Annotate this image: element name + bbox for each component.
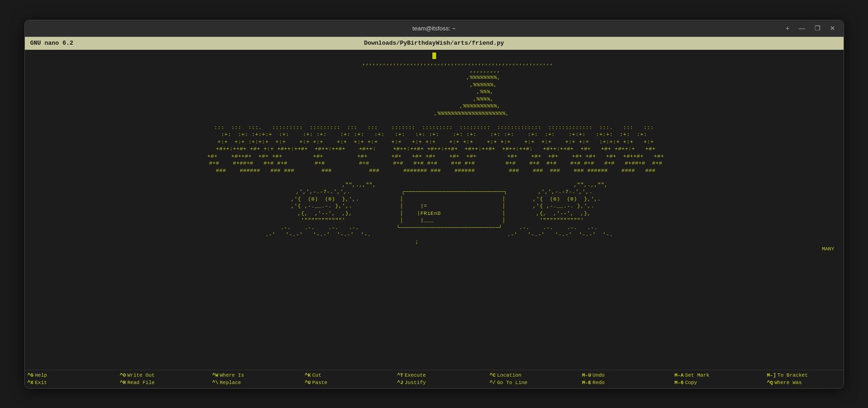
ascii-line: :+: :+: :+:+:+ :+: :+: :+: :+: :+: :+: :…	[218, 131, 651, 137]
ascii-line: ,'{ (0) (0) },',. │ │ ,'{ (0) (0) },',.	[229, 196, 638, 202]
footer-item-justify[interactable]: ^J Justify	[397, 379, 471, 387]
footer-item-wherewas[interactable]: ^Q Where Was	[767, 379, 841, 387]
ascii-line: +:+ +:+ :+:+:+ +:+ +:+ +:+ +:+ +:+ +:+ +…	[214, 139, 654, 145]
label-execute: Execute	[405, 372, 426, 379]
footer-row-2: ^X Exit ^R Read File ^\ Replace ^U Paste…	[28, 379, 841, 387]
key-readfile: ^R	[120, 379, 126, 387]
content-area: ,,,,,,,,,,,,,,,,,,,,,,,,,,,,,,,,,,,,,,,,…	[25, 50, 844, 370]
window-controls: + — ❐ ✕	[783, 24, 838, 33]
ascii-line: ### ###### ### ### ### ### ####### ### #…	[212, 167, 655, 173]
ascii-line: ,%%%%%%,	[371, 82, 497, 88]
label-write: Write Out	[127, 372, 154, 379]
footer-item-execute[interactable]: ^T Execute	[397, 372, 471, 379]
footer-item-copy[interactable]: M-6 Copy	[675, 379, 748, 387]
title-bar-title: team@itsfoss: ~	[413, 25, 456, 32]
label-wherewas: Where Was	[775, 379, 802, 387]
ascii-line: ,{, ,'--', ,}, │ |FRiEnD │ ,{, ,'--', ,}…	[233, 210, 635, 216]
label-undo: Undo	[593, 372, 605, 379]
footer-item-readfile[interactable]: ^R Read File	[120, 379, 193, 387]
ascii-line: '"""""""""""' │ |___ │ '"""""""""""'	[233, 217, 635, 223]
footer-item-redo[interactable]: M-E Redo	[582, 379, 656, 387]
bears-friend-row: ,"",.,,"", ,"",.,,"",	[260, 182, 608, 188]
label-location: Location	[497, 372, 521, 379]
footer-item-location[interactable]: ^C Location	[489, 372, 563, 379]
ascii-line: ;	[228, 239, 641, 245]
ascii-line: #+# #+##+# #+# #+# #+# #+# #+# #+# #+# #…	[206, 160, 663, 166]
footer-item-whereis[interactable]: ^W Where Is	[212, 372, 286, 379]
ascii-line: .-. .-. .-. .-. └───────────────────────…	[229, 225, 638, 231]
footer-item-help[interactable]: ^G Help	[28, 372, 101, 379]
footer-item-paste[interactable]: ^U Paste	[305, 379, 379, 387]
add-tab-button[interactable]: +	[783, 24, 792, 33]
label-exit: Exit	[35, 379, 47, 387]
minimize-button[interactable]: —	[796, 24, 808, 33]
label-readfile: Read File	[127, 379, 154, 387]
key-help: ^G	[28, 372, 34, 379]
title-bar: team@itsfoss: ~ + — ❐ ✕	[25, 20, 844, 37]
footer-item-cut[interactable]: ^K Cut	[305, 372, 379, 379]
key-write: ^O	[120, 372, 126, 379]
nano-filename: Downloads/PyBirthdayWish/arts/friend.py	[364, 40, 504, 47]
happy-birthday-art: ::: ::: :::. ::::::::: ::::::::: ::: :::…	[211, 124, 658, 130]
label-justify: Justify	[405, 379, 426, 387]
key-cut: ^K	[305, 372, 311, 379]
ascii-line: ,%%%%%%%%%%%%%%%%%%%%,	[359, 110, 509, 116]
cursor	[432, 53, 436, 59]
close-button[interactable]: ✕	[827, 24, 838, 33]
maximize-button[interactable]: ❐	[812, 24, 823, 33]
nano-footer: ^G Help ^O Write Out ^W Where Is ^K Cut …	[25, 370, 844, 388]
label-copy: Copy	[685, 379, 697, 387]
label-setmark: Set Mark	[685, 372, 710, 379]
footer-item-tobracket[interactable]: M-] To Bracket	[767, 372, 841, 379]
ascii-line: ,'{ ,-.__.-. },',. │ |= │ ,'{ ,-.__.-. }…	[229, 203, 638, 209]
key-justify: ^J	[397, 379, 403, 387]
ascii-line: ,%%%%,	[374, 96, 494, 102]
footer-item-gotoline[interactable]: ^/ Go To Line	[489, 379, 563, 387]
footer-item-undo[interactable]: M-U Undo	[582, 372, 656, 379]
ascii-line: +#+ +#++#+ +#+ +#+ +#+ +#+ +#+ +#+ +#+ +…	[204, 153, 664, 159]
label-cut: Cut	[312, 372, 321, 379]
key-setmark: M-A	[675, 372, 684, 379]
footer-row-1: ^G Help ^O Write Out ^W Where Is ^K Cut …	[28, 372, 841, 379]
key-location: ^C	[489, 372, 495, 379]
nano-header: GNU nano 6.2 Downloads/PyBirthdayWish/ar…	[25, 37, 844, 50]
key-execute: ^T	[397, 372, 403, 379]
label-tobracket: To Bracket	[777, 372, 808, 379]
status-right: MANY	[25, 246, 844, 252]
nano-version: GNU nano 6.2	[30, 40, 74, 47]
key-paste: ^U	[305, 379, 311, 387]
ascii-line: ,%%%%%%%%,	[367, 74, 501, 80]
label-replace: Replace	[220, 379, 241, 387]
key-wherewas: ^Q	[767, 379, 773, 387]
key-gotoline: ^/	[489, 379, 495, 387]
key-redo: M-E	[582, 379, 591, 387]
ascii-line: +#++:++#+ +#+ +:+ +#++:++#+ +#++:++#+ +#…	[212, 146, 655, 152]
ascii-line: ,%%%%%%%%%%,	[367, 103, 501, 109]
ascii-art-display: ,,,,,,,,,,,,,,,,,,,,,,,,,,,,,,,,,,,,,,,,…	[25, 52, 844, 247]
ascii-line: .-' '-.-' '-.-' '-.-' '-. .-' '-.-' '-.-…	[228, 231, 641, 237]
ascii-line: ,,,,,,,,,	[367, 67, 501, 73]
terminal-window: team@itsfoss: ~ + — ❐ ✕ GNU nano 6.2 Dow…	[24, 20, 844, 389]
key-replace: ^\	[212, 379, 218, 387]
footer-item-replace[interactable]: ^\ Replace	[212, 379, 286, 387]
label-gotoline: Go To Line	[497, 379, 527, 387]
footer-item-setmark[interactable]: M-A Set Mark	[675, 372, 748, 379]
key-undo: M-U	[582, 372, 591, 379]
key-whereis: ^W	[212, 372, 218, 379]
footer-item-write[interactable]: ^O Write Out	[120, 372, 193, 379]
footer-item-exit[interactable]: ^X Exit	[28, 379, 101, 387]
key-tobracket: M-]	[767, 372, 776, 379]
label-redo: Redo	[593, 379, 605, 387]
label-whereis: Where Is	[220, 372, 244, 379]
ascii-line: ,,,,,,,,,,,,,,,,,,,,,,,,,,,,,,,,,,,,,,,,…	[315, 60, 553, 66]
label-paste: Paste	[312, 379, 327, 387]
key-copy: M-6	[675, 379, 684, 387]
ascii-line: ,%%%,	[374, 89, 494, 95]
ascii-line: ,',',-.-7-.',',. ┌──────────────────────…	[231, 189, 637, 195]
label-help: Help	[35, 372, 47, 379]
key-exit: ^X	[28, 379, 34, 387]
